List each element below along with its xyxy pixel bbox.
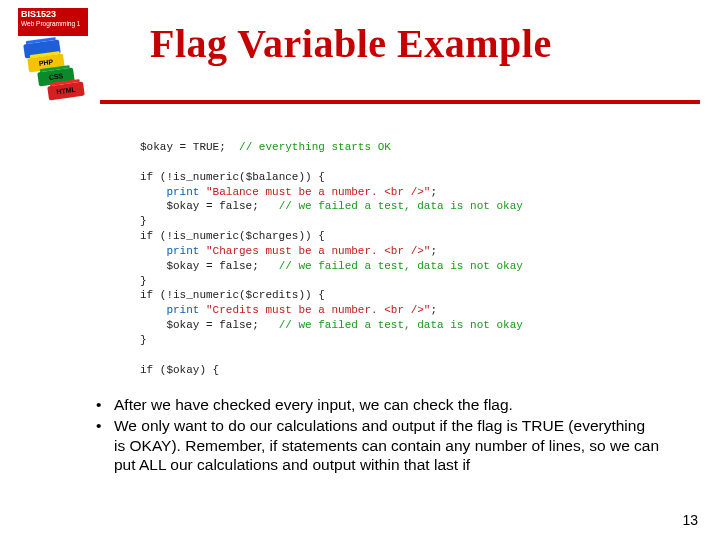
code-line: } bbox=[140, 333, 523, 348]
page-number: 13 bbox=[682, 512, 698, 528]
code-line: } bbox=[140, 214, 523, 229]
bullet-list: After we have checked every input, we ca… bbox=[90, 395, 660, 477]
code-line: if (!is_numeric($credits)) { bbox=[140, 288, 523, 303]
code-line: if (!is_numeric($charges)) { bbox=[140, 229, 523, 244]
code-line: $okay = false; // we failed a test, data… bbox=[140, 259, 523, 274]
bullet-item: We only want to do our calculations and … bbox=[90, 416, 660, 474]
bullet-item: After we have checked every input, we ca… bbox=[90, 395, 660, 414]
code-line: print "Balance must be a number. <br />"… bbox=[140, 185, 523, 200]
code-line: $okay = false; // we failed a test, data… bbox=[140, 199, 523, 214]
code-block: $okay = TRUE; // everything starts OK if… bbox=[140, 140, 523, 378]
code-line: } bbox=[140, 274, 523, 289]
code-line: $okay = TRUE; // everything starts OK bbox=[140, 140, 523, 155]
slide-header: BIS1523 Web Programming 1 PHP CSS HTML F… bbox=[0, 0, 720, 110]
course-badge: BIS1523 Web Programming 1 bbox=[18, 8, 88, 36]
code-line: print "Credits must be a number. <br />"… bbox=[140, 303, 523, 318]
code-line: if (!is_numeric($balance)) { bbox=[140, 170, 523, 185]
course-code: BIS1523 bbox=[21, 9, 56, 19]
lego-icon: PHP CSS HTML bbox=[18, 40, 90, 100]
page-title: Flag Variable Example bbox=[150, 20, 552, 67]
code-line: if ($okay) { bbox=[140, 363, 523, 378]
lego-brick-red: HTML bbox=[47, 82, 85, 101]
title-underline bbox=[100, 100, 700, 104]
code-line: $okay = false; // we failed a test, data… bbox=[140, 318, 523, 333]
code-line bbox=[140, 155, 523, 170]
course-name: Web Programming 1 bbox=[21, 20, 85, 27]
code-line: print "Charges must be a number. <br />"… bbox=[140, 244, 523, 259]
code-line bbox=[140, 348, 523, 363]
course-logo: BIS1523 Web Programming 1 PHP CSS HTML bbox=[18, 8, 90, 100]
